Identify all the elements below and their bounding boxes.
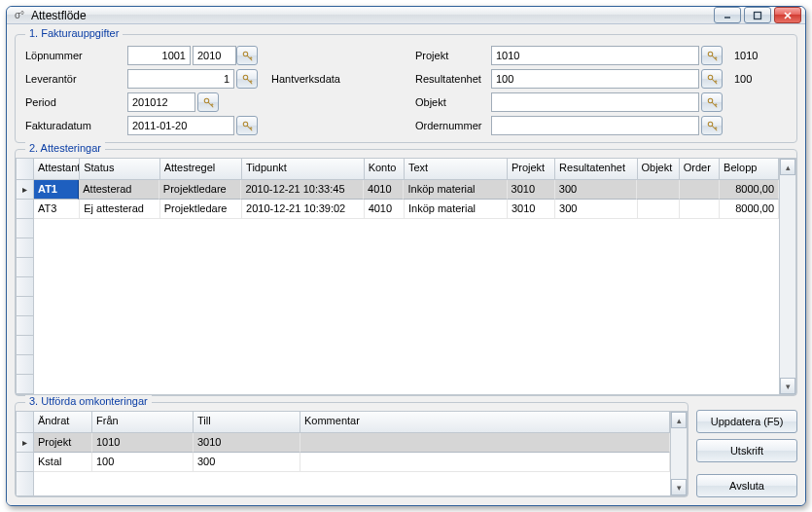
col-projekt[interactable]: Projekt [508, 159, 555, 179]
col-text[interactable]: Text [405, 159, 508, 179]
col-tidpunkt[interactable]: Tidpunkt [242, 159, 365, 179]
cell-till: 3010 [194, 433, 300, 453]
scroll-up-icon[interactable]: ▴ [671, 412, 687, 428]
grid-attesteringar[interactable]: ▸ Attestant Status Attestregel Tidpunkt … [16, 158, 796, 395]
cell-belopp: 8000,00 [720, 180, 779, 200]
field-resultatenhet[interactable] [491, 69, 699, 89]
grid-omkonteringar[interactable]: ▸ Ändrat Från Till Kommentar Projekt1010… [16, 411, 688, 496]
cell-andrat: Projekt [34, 433, 92, 453]
field-projekt[interactable] [491, 46, 699, 65]
col-attestregel[interactable]: Attestregel [160, 159, 242, 179]
lookup-projekt[interactable] [701, 46, 723, 65]
cell-attestant: AT1 [34, 180, 79, 200]
field-fakturadatum[interactable] [127, 116, 234, 135]
col-objekt[interactable]: Objekt [638, 159, 680, 179]
scroll-up-icon[interactable]: ▴ [780, 159, 795, 175]
lookup-leverantor[interactable] [236, 69, 258, 89]
scroll-down-icon[interactable]: ▾ [780, 378, 795, 394]
cell-belopp: 8000,00 [720, 200, 779, 219]
lookup-lopnummer[interactable] [236, 46, 258, 65]
field-objekt[interactable] [491, 92, 699, 112]
side-buttons: Uppdatera (F5) Utskrift Avsluta [696, 402, 797, 497]
projekt-display: 1010 [730, 50, 789, 61]
lookup-period[interactable] [197, 92, 219, 112]
cell-fran: 1010 [92, 433, 194, 453]
group1-title: 1. Fakturauppgifter [25, 27, 123, 39]
cell-tidpunkt: 2010-12-21 10:39:02 [242, 200, 365, 219]
col-attestant[interactable]: Attestant [34, 159, 80, 179]
table-row[interactable]: AT3Ej attesteradProjektledare2010-12-21 … [34, 200, 779, 219]
field-lopnummer-a[interactable] [127, 46, 191, 65]
label-resultatenhet: Resultatenhet [413, 73, 489, 85]
label-lopnummer: Löpnummer [23, 50, 125, 61]
cell-kommentar [300, 433, 670, 453]
uppdatera-button[interactable]: Uppdatera (F5) [696, 410, 797, 433]
close-button[interactable] [774, 7, 801, 23]
svg-rect-1 [755, 12, 761, 18]
cell-order [680, 200, 720, 219]
grid3-header[interactable]: Ändrat Från Till Kommentar [34, 412, 670, 433]
row-indicator[interactable]: ▸ [17, 433, 33, 453]
grid3-scrollbar[interactable]: ▴ ▾ [670, 412, 687, 495]
col-resultatenhet[interactable]: Resultatenhet [555, 159, 637, 179]
label-period: Period [23, 96, 125, 108]
cell-tidpunkt: 2010-12-21 10:33:45 [241, 180, 364, 200]
label-objekt: Objekt [413, 96, 489, 108]
minimize-button[interactable] [714, 7, 741, 23]
cell-status: Ej attesterad [80, 200, 159, 219]
col-status[interactable]: Status [80, 159, 159, 179]
col-fran[interactable]: Från [92, 412, 194, 432]
field-lopnummer-b[interactable] [193, 46, 236, 65]
label-projekt: Projekt [413, 50, 489, 61]
cell-attestregel: Projektledare [159, 180, 242, 200]
group3-title: 3. Utförda omkonteringar [25, 395, 152, 407]
table-row[interactable]: AT1AttesteradProjektledare2010-12-21 10:… [34, 180, 779, 200]
grid2-header[interactable]: Attestant Status Attestregel Tidpunkt Ko… [34, 159, 779, 180]
group2-title: 2. Attesteringar [25, 142, 105, 154]
titlebar[interactable]: σ° Attestflöde [7, 7, 805, 24]
table-row[interactable]: Kstal100300 [34, 453, 670, 472]
grid2-scrollbar[interactable]: ▴ ▾ [779, 159, 795, 394]
field-period[interactable] [127, 92, 195, 112]
label-leverantor: Leverantör [23, 73, 125, 85]
table-row[interactable]: Projekt10103010 [34, 433, 670, 453]
col-kommentar[interactable]: Kommentar [300, 412, 670, 432]
app-window: σ° Attestflöde 1. Fakturauppgifter Löpnu… [6, 6, 806, 506]
label-fakturadatum: Fakturadatum [23, 120, 125, 131]
row-indicator[interactable]: ▸ [17, 180, 33, 200]
label-hantverksdata: Hantverksdata [269, 73, 411, 85]
col-andrat[interactable]: Ändrat [34, 412, 92, 432]
cell-attestregel: Projektledare [160, 200, 242, 219]
label-ordernummer: Ordernummer [413, 120, 489, 131]
cell-kommentar [300, 453, 670, 472]
col-konto[interactable]: Konto [365, 159, 405, 179]
app-icon: σ° [13, 9, 26, 22]
lookup-fakturadatum[interactable] [236, 116, 258, 135]
cell-till: 300 [194, 453, 300, 472]
maximize-button[interactable] [744, 7, 771, 23]
lookup-resultatenhet[interactable] [701, 69, 723, 89]
cell-text: Inköp material [405, 200, 508, 219]
utskrift-button[interactable]: Utskrift [696, 439, 797, 462]
cell-konto: 4010 [364, 180, 404, 200]
cell-fran: 100 [92, 453, 194, 472]
cell-status: Attesterad [79, 180, 159, 200]
group-attesteringar: 2. Attesteringar ▸ Attestant Status Atte… [15, 149, 797, 396]
cell-resultatenhet: 300 [555, 200, 637, 219]
row-indicator[interactable] [17, 200, 33, 219]
lookup-ordernummer[interactable] [701, 116, 723, 135]
cell-order [680, 180, 720, 200]
cell-objekt [638, 200, 680, 219]
group-fakturauppgifter: 1. Fakturauppgifter Löpnummer Projekt 10… [15, 34, 797, 143]
row-indicator[interactable] [17, 453, 33, 472]
field-ordernummer[interactable] [491, 116, 699, 135]
cell-projekt: 3010 [508, 180, 555, 200]
lookup-objekt[interactable] [701, 92, 723, 112]
field-leverantor[interactable] [127, 69, 234, 89]
col-belopp[interactable]: Belopp [720, 159, 779, 179]
scroll-down-icon[interactable]: ▾ [671, 479, 687, 495]
col-till[interactable]: Till [194, 412, 300, 432]
col-order[interactable]: Order [680, 159, 720, 179]
avsluta-button[interactable]: Avsluta [696, 474, 797, 497]
cell-attestant: AT3 [34, 200, 80, 219]
